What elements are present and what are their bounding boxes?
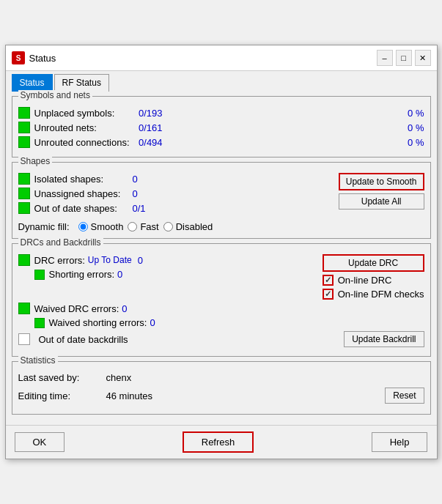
out-of-date-shapes-indicator: [18, 202, 30, 214]
online-dfm-row: ✓ On-line DFM checks: [323, 289, 424, 300]
title-bar-left: S Status: [12, 51, 56, 64]
unassigned-shapes-label: Unassigned shapes:: [34, 188, 130, 199]
unrouted-connections-row: Unrouted connections: 0/494 0 %: [18, 136, 424, 148]
waived-shorting-label: Waived shorting errors:: [49, 317, 147, 328]
tab-status[interactable]: Status: [12, 74, 53, 92]
radio-smooth-text: Smooth: [91, 221, 124, 232]
shapes-right-buttons: Update to Smooth Update All: [339, 173, 424, 210]
symbols-nets-body: Unplaced symbols: 0/193 0 % Unrouted net…: [12, 97, 430, 157]
minimize-button[interactable]: –: [377, 50, 393, 66]
drc-right-area: Update DRC ✓ On-line DRC ✓ On-line DFM c…: [323, 254, 424, 300]
online-drc-checkbox[interactable]: ✓: [323, 275, 334, 286]
shorting-errors-value: 0: [117, 269, 122, 280]
app-icon: S: [12, 51, 25, 64]
online-dfm-checkbox[interactable]: ✓: [323, 289, 334, 300]
ok-button[interactable]: OK: [15, 432, 65, 452]
drc-errors-label: DRC errors:: [34, 255, 85, 266]
maximize-button[interactable]: □: [396, 50, 412, 66]
unrouted-connections-pct: 0 %: [408, 137, 424, 148]
waived-drc-value: 0: [122, 303, 127, 314]
title-controls: – □ ✕: [377, 50, 431, 66]
update-all-button[interactable]: Update All: [339, 193, 424, 210]
drcs-title: DRCs and Backdrills: [18, 237, 103, 248]
unassigned-shapes-value: 0: [133, 188, 138, 199]
editing-time-label: Editing time:: [18, 390, 106, 401]
unplaced-symbols-indicator: [18, 107, 30, 119]
out-of-date-shapes-row: Out of date shapes: 0/1: [18, 202, 333, 214]
unplaced-symbols-value: 0/193: [130, 108, 163, 119]
shorting-errors-label: Shorting errors:: [49, 269, 115, 280]
waived-drc-label: Waived DRC errors:: [34, 303, 119, 314]
radio-fast-label[interactable]: Fast: [128, 221, 158, 232]
online-dfm-label: On-line DFM checks: [338, 289, 424, 300]
waived-drc-indicator: [18, 303, 30, 314]
radio-fast-input[interactable]: [128, 222, 137, 231]
main-window: S Status – □ ✕ Status RF Status Symbols …: [5, 45, 438, 459]
unassigned-shapes-indicator: [18, 188, 30, 199]
statistics-title: Statistics: [18, 355, 58, 366]
unrouted-nets-pct: 0 %: [408, 122, 424, 133]
last-saved-row: Last saved by: chenx: [18, 372, 424, 383]
unplaced-symbols-label: Unplaced symbols:: [34, 108, 130, 119]
radio-fast-text: Fast: [140, 221, 158, 232]
close-button[interactable]: ✕: [415, 50, 431, 66]
shapes-section: Shapes Isolated shapes: 0 Unassigned sha…: [12, 162, 431, 239]
up-to-date-label: Up To Date: [88, 255, 132, 265]
waived-shorting-value: 0: [150, 317, 155, 328]
radio-disabled-input[interactable]: [163, 222, 173, 231]
unrouted-nets-indicator: [18, 122, 30, 133]
unrouted-nets-value: 0/161: [130, 122, 163, 133]
symbols-nets-title: Symbols and nets: [18, 90, 92, 100]
radio-disabled-text: Disabled: [176, 221, 213, 232]
online-drc-label: On-line DRC: [338, 275, 392, 286]
unrouted-nets-label: Unrouted nets:: [34, 122, 130, 133]
shapes-body: Isolated shapes: 0 Unassigned shapes: 0 …: [12, 163, 430, 238]
editing-time-value: 46 minutes: [106, 390, 153, 401]
dynamic-fill-label: Dynamic fill:: [18, 221, 70, 232]
waived-shorting-row: Waived shorting errors: 0: [34, 317, 424, 328]
radio-smooth-input[interactable]: [78, 222, 88, 231]
out-of-date-backdrills-row: Out of date backdrills Update Backdrill: [18, 331, 424, 347]
content-area: Symbols and nets Unplaced symbols: 0/193…: [6, 92, 437, 425]
tab-bar: Status RF Status: [6, 71, 437, 92]
isolated-shapes-label: Isolated shapes:: [34, 174, 130, 185]
unrouted-connections-value: 0/494: [130, 137, 163, 148]
reset-button[interactable]: Reset: [385, 388, 424, 404]
dynamic-fill-row: Dynamic fill: Smooth Fast Disabled: [18, 221, 424, 232]
isolated-shapes-row: Isolated shapes: 0: [18, 173, 333, 185]
out-of-date-shapes-value: 0/1: [133, 203, 146, 214]
last-saved-value: chenx: [106, 372, 132, 383]
shorting-errors-row: Shorting errors: 0: [34, 269, 317, 280]
symbols-nets-section: Symbols and nets Unplaced symbols: 0/193…: [12, 96, 431, 158]
drcs-section: DRCs and Backdrills DRC errors: Up To Da…: [12, 243, 431, 357]
help-button[interactable]: Help: [372, 432, 428, 452]
radio-disabled-label[interactable]: Disabled: [163, 221, 213, 232]
update-drc-button[interactable]: Update DRC: [323, 254, 424, 272]
unassigned-shapes-row: Unassigned shapes: 0: [18, 188, 333, 199]
drc-errors-indicator: [18, 254, 30, 266]
editing-time-row: Editing time: 46 minutes Reset: [18, 388, 424, 404]
isolated-shapes-value: 0: [133, 174, 138, 185]
statistics-body: Last saved by: chenx Editing time: 46 mi…: [12, 362, 430, 414]
online-drc-row: ✓ On-line DRC: [323, 275, 424, 286]
update-to-smooth-button[interactable]: Update to Smooth: [339, 173, 424, 190]
unrouted-nets-row: Unrouted nets: 0/161 0 %: [18, 122, 424, 133]
refresh-button[interactable]: Refresh: [183, 431, 254, 453]
drcs-body: DRC errors: Up To Date 0 Shorting errors…: [12, 244, 430, 356]
unrouted-connections-indicator: [18, 136, 30, 148]
shorting-errors-indicator: [34, 270, 45, 280]
radio-smooth-label[interactable]: Smooth: [78, 221, 124, 232]
shapes-title: Shapes: [18, 156, 53, 166]
isolated-shapes-indicator: [18, 173, 30, 185]
waived-drc-row: Waived DRC errors: 0: [18, 303, 424, 314]
drc-errors-value: 0: [138, 255, 143, 266]
drc-errors-row: DRC errors: Up To Date 0: [18, 254, 317, 266]
unplaced-symbols-row: Unplaced symbols: 0/193 0 %: [18, 107, 424, 119]
title-bar: S Status – □ ✕: [6, 45, 437, 71]
statistics-section: Statistics Last saved by: chenx Editing …: [12, 361, 431, 415]
bottom-bar: OK Refresh Help: [6, 425, 437, 459]
tab-rf-status[interactable]: RF Status: [54, 74, 109, 92]
unrouted-connections-label: Unrouted connections:: [34, 137, 130, 148]
unplaced-symbols-pct: 0 %: [408, 108, 424, 119]
update-backdrill-button[interactable]: Update Backdrill: [344, 331, 424, 347]
